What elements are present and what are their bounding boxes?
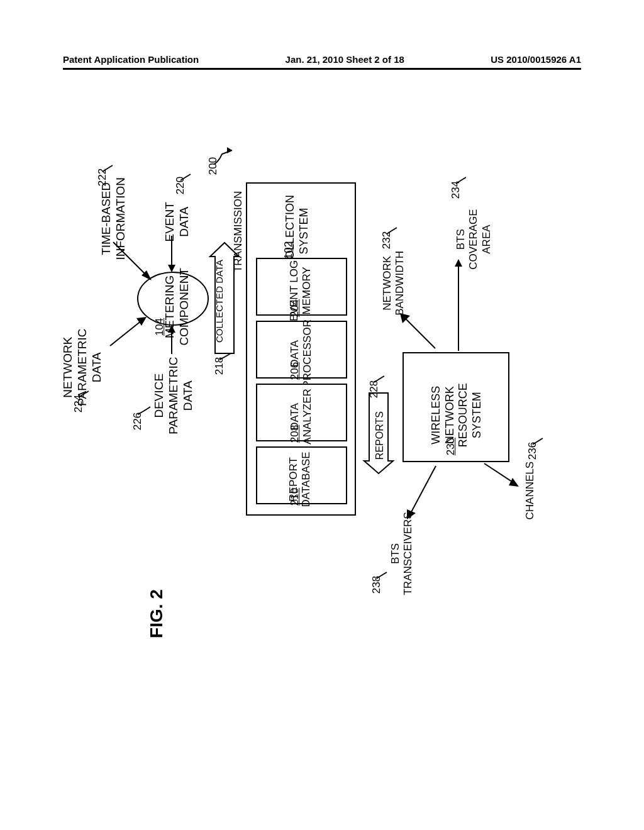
network-bandwidth-ref-hook <box>386 226 399 235</box>
reports-ref-hook <box>373 375 387 384</box>
svg-marker-0 <box>227 147 232 153</box>
wnrs-ref-num: 230 <box>445 438 457 455</box>
device-parametric-label: DEVICE PARAMETRIC DATA <box>152 357 195 434</box>
data-analyzer-ref: 208 <box>289 425 301 443</box>
header-center: Jan. 21, 2010 Sheet 2 of 18 <box>286 54 404 65</box>
channels-label: CHANNELS <box>524 462 536 520</box>
data-processor-ref-num: 206 <box>289 362 301 380</box>
report-db-ref-num: 210 <box>289 488 301 506</box>
svg-line-18 <box>411 466 436 513</box>
svg-line-12 <box>405 318 435 348</box>
report-db-ref: 210 <box>289 488 301 506</box>
page-header: Patent Application Publication Jan. 21, … <box>63 54 581 65</box>
event-data-ref-hook <box>179 173 193 182</box>
page: Patent Application Publication Jan. 21, … <box>0 0 644 830</box>
network-parametric-ref-hook <box>77 390 91 399</box>
collected-data-ref-hook <box>218 352 233 362</box>
metering-label: METERING COMPONENT <box>163 268 192 346</box>
header-rule <box>63 68 581 70</box>
wnrs-ref: 230 <box>445 438 457 455</box>
svg-marker-15 <box>455 259 462 267</box>
figure-label: FIG. 2 <box>147 589 167 638</box>
collection-system-ref: 102 <box>282 241 295 259</box>
svg-line-16 <box>484 463 514 483</box>
arrow-wnrs-to-channels <box>481 460 525 492</box>
time-based-ref-hook <box>101 164 115 173</box>
collected-data-label: COLLECTED DATA <box>214 260 225 343</box>
metering-ref: 104 <box>153 318 166 336</box>
figure-ref-hook <box>213 148 238 167</box>
arrow-wnrs-to-bandwidth <box>396 309 441 355</box>
header-left: Patent Application Publication <box>63 54 199 65</box>
data-processor-ref: 206 <box>289 362 301 380</box>
bts-coverage-ref-hook <box>455 176 469 185</box>
event-log-ref-num: 204 <box>289 299 301 317</box>
diagram: 200 EVENT DATA 220 TIME-BASED INFORMATIO… <box>53 75 591 767</box>
transceivers-ref-hook <box>375 571 389 580</box>
arrow-wnrs-to-transceivers <box>403 463 441 526</box>
collection-system-ref-num: 102 <box>282 241 294 259</box>
svg-marker-17 <box>509 478 519 487</box>
data-analyzer-ref-num: 208 <box>289 425 301 443</box>
event-log-ref: 204 <box>289 299 301 317</box>
reports-label: REPORTS <box>374 411 386 460</box>
channels-ref-hook <box>531 437 545 446</box>
arrow-wnrs-to-coverage <box>453 258 464 352</box>
network-bandwidth-label: NETWORK BANDWIDTH <box>381 251 407 316</box>
device-parametric-ref-hook <box>136 406 153 417</box>
metering-ref-num: 104 <box>153 318 165 336</box>
header-right: US 2010/0015926 A1 <box>491 54 581 65</box>
